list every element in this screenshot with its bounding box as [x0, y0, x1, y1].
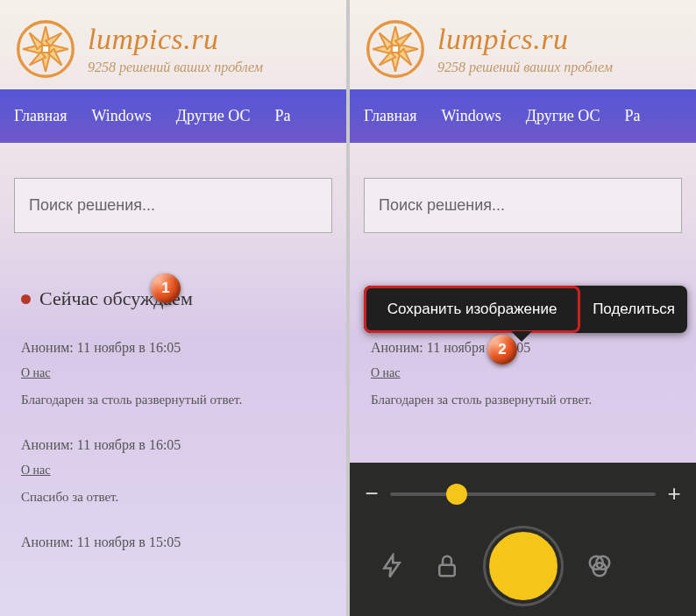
search-input[interactable]: Поиск решения... — [364, 178, 682, 233]
left-screenshot: lumpics.ru 9258 решений ваших проблем Гл… — [0, 0, 346, 616]
filters-icon[interactable] — [586, 553, 613, 579]
main-nav: Главная Windows Другие ОС Ра — [350, 89, 696, 143]
share-button[interactable]: Поделиться — [580, 287, 687, 332]
search-input[interactable]: Поиск решения... — [14, 178, 332, 233]
brand-subtitle: 9258 решений ваших проблем — [437, 60, 613, 75]
comment-link[interactable]: О нас — [21, 464, 51, 478]
nav-home[interactable]: Главная — [364, 107, 416, 125]
comment-item: Аноним: 11 ноября в 16:05 О нас Спасибо … — [21, 437, 325, 505]
zoom-slider[interactable] — [390, 492, 656, 496]
zoom-out-button[interactable]: − — [364, 480, 380, 507]
zoom-thumb[interactable] — [446, 484, 467, 505]
comment-item: Аноним: 11 ноября в 16:05 О нас Благодар… — [21, 340, 325, 407]
brand-title[interactable]: lumpics.ru — [437, 23, 613, 56]
comment-item: Аноним: 11 ноября в 16:05 О нас Благодар… — [371, 340, 675, 407]
nav-more[interactable]: Ра — [275, 107, 291, 125]
flash-icon[interactable] — [379, 553, 405, 579]
main-nav: Главная Windows Другие ОС Ра — [0, 89, 346, 143]
save-image-button[interactable]: Сохранить изображение — [364, 286, 580, 333]
nav-otheros[interactable]: Другие ОС — [176, 107, 251, 125]
lock-icon[interactable] — [434, 553, 460, 579]
right-screenshot: lumpics.ru 9258 решений ваших проблем Гл… — [350, 0, 696, 616]
zoom-in-button[interactable]: + — [666, 480, 682, 507]
brand-title[interactable]: lumpics.ru — [88, 23, 263, 56]
brand-logo-icon — [16, 19, 75, 79]
nav-more[interactable]: Ра — [625, 107, 641, 125]
nav-home[interactable]: Главная — [14, 107, 67, 125]
step-marker-1: 1 — [151, 273, 181, 303]
brand-subtitle: 9258 решений ваших проблем — [88, 60, 263, 75]
shutter-button[interactable] — [489, 532, 558, 600]
comment-link[interactable]: О нас — [21, 366, 51, 380]
context-menu: Сохранить изображение Поделиться — [364, 286, 687, 333]
bullet-icon — [21, 294, 31, 304]
camera-controls: − + — [350, 463, 696, 616]
nav-windows[interactable]: Windows — [91, 107, 151, 125]
nav-windows[interactable]: Windows — [441, 107, 501, 125]
comment-item: Аноним: 11 ноября в 15:05 — [21, 535, 325, 550]
comment-link[interactable]: О нас — [371, 366, 401, 380]
step-marker-2: 2 — [487, 335, 517, 365]
svg-rect-4 — [439, 565, 455, 577]
nav-otheros[interactable]: Другие ОС — [526, 107, 600, 125]
brand-logo-icon — [366, 19, 425, 79]
